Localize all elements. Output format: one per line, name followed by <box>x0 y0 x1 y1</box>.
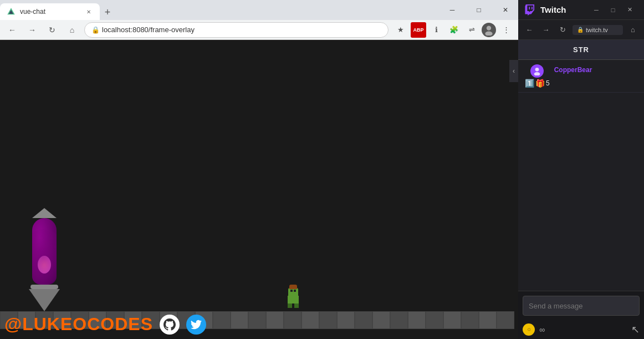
twitch-url-bar[interactable]: 🔒 twitch.tv <box>573 25 623 35</box>
twitch-title: Twitch <box>540 5 566 14</box>
address-input[interactable]: 🔒 localhost:8080/frame-overlay <box>84 22 389 38</box>
twitter-svg <box>191 319 202 330</box>
lamp-base <box>29 289 60 311</box>
lamp-base-top <box>30 285 58 289</box>
svg-point-2 <box>487 26 491 30</box>
badge-number-icon: 1️⃣ <box>525 79 534 88</box>
chat-area <box>518 93 644 291</box>
chat-message: 1️⃣ 🎁 5 CopperBear <box>518 60 644 93</box>
minimize-button[interactable]: ─ <box>439 0 465 20</box>
home-button[interactable]: ⌂ <box>64 22 80 38</box>
message-info: 1️⃣ 🎁 5 <box>525 64 550 88</box>
new-tab-button[interactable]: + <box>100 4 115 20</box>
twitch-forward-button[interactable]: → <box>539 23 553 37</box>
menu-button[interactable]: ⋮ <box>498 22 514 38</box>
ground-tile <box>461 311 479 329</box>
twitch-maximize[interactable]: □ <box>605 3 621 17</box>
ground-tile <box>372 311 390 329</box>
lamp-body <box>32 218 57 285</box>
address-lock-icon: 🔒 <box>91 26 100 34</box>
right-leg <box>294 303 299 308</box>
github-svg <box>163 318 176 331</box>
chat-input-area: Send a message <box>518 291 644 320</box>
back-button[interactable]: ← <box>4 22 20 38</box>
ground-tile <box>284 311 301 329</box>
ground-tile <box>497 311 514 329</box>
message-content: CopperBear <box>554 64 637 74</box>
ground-tile <box>213 311 231 329</box>
game-viewport: @LUKEOCODES <box>0 40 518 339</box>
ground-tile <box>479 311 497 329</box>
points-value: ∞ <box>539 325 545 334</box>
ground-tile <box>301 311 319 329</box>
forward-button[interactable]: → <box>24 22 40 38</box>
collapse-button[interactable]: ‹ <box>509 60 518 82</box>
svg-point-5 <box>534 72 540 75</box>
chat-input-placeholder: Send a message <box>529 302 583 310</box>
left-leg <box>288 303 292 308</box>
active-tab[interactable]: vue-chat ✕ <box>0 3 100 20</box>
ground-tile <box>337 311 355 329</box>
close-button[interactable]: ✕ <box>493 0 518 20</box>
chat-input[interactable]: Send a message <box>523 296 640 316</box>
tab-title: vue-chat <box>20 8 45 16</box>
avatar-icon <box>483 24 494 36</box>
lamp-glow <box>32 229 57 285</box>
twitch-panel: Twitch ─ □ ✕ ← → ↻ 🔒 twitch.tv ⌂ STR ‹ <box>518 0 644 339</box>
character-body <box>288 296 299 303</box>
twitch-window-controls: ─ □ ✕ <box>589 3 637 17</box>
app-container: vue-chat ✕ + ─ □ ✕ ← → ↻ ⌂ 🔒 localhost:8… <box>0 0 644 339</box>
ground-tile <box>248 311 266 329</box>
character-head <box>288 288 298 296</box>
toolbar-icons: ★ ABP ℹ 🧩 ⇌ ⋮ <box>393 22 514 38</box>
coin-svg: ⬡ <box>525 326 533 333</box>
pixel-character <box>285 288 301 310</box>
twitter-icon[interactable] <box>186 315 206 335</box>
twitch-back-button[interactable]: ← <box>523 23 536 37</box>
twitch-title-bar: Twitch ─ □ ✕ <box>518 0 644 20</box>
cursor-icon: ↖ <box>631 323 640 336</box>
ground-tile <box>390 311 408 329</box>
bookmark-button[interactable]: ★ <box>393 22 408 38</box>
reload-button[interactable]: ↻ <box>44 22 60 38</box>
tab-bar: vue-chat ✕ + ─ □ ✕ <box>0 0 518 20</box>
stream-header: STR <box>518 40 644 60</box>
chat-points: ⬡ ∞ <box>523 323 545 336</box>
avatar-silhouette <box>533 67 541 75</box>
tab-close-button[interactable]: ✕ <box>84 7 93 16</box>
twitch-home-button[interactable]: ⌂ <box>626 23 640 37</box>
info-button[interactable]: ℹ <box>428 22 444 38</box>
twitch-reload-button[interactable]: ↻ <box>556 23 569 37</box>
profile-avatar[interactable] <box>482 23 496 37</box>
badge-count: 5 <box>546 79 550 87</box>
ground-tile <box>443 311 461 329</box>
user-avatar <box>530 64 544 78</box>
chat-footer: ⬡ ∞ ↖ <box>518 320 644 339</box>
player-character <box>285 288 301 310</box>
sync-button[interactable]: ⇌ <box>464 22 479 38</box>
maximize-button[interactable]: □ <box>466 0 492 20</box>
adblock-button[interactable]: ABP <box>411 22 426 38</box>
twitch-address-bar: ← → ↻ 🔒 twitch.tv ⌂ <box>518 20 644 40</box>
gift-icon: 🎁 <box>535 79 545 88</box>
twitch-minimize[interactable]: ─ <box>589 3 604 17</box>
extensions-button[interactable]: 🧩 <box>446 22 462 38</box>
github-icon[interactable] <box>160 315 180 335</box>
twitch-logo-icon <box>525 4 536 16</box>
twitch-close[interactable]: ✕ <box>622 3 637 17</box>
lamp-shade-top <box>32 208 57 218</box>
channel-points-icon[interactable]: ⬡ <box>523 323 535 336</box>
address-bar: ← → ↻ ⌂ 🔒 localhost:8080/frame-overlay ★… <box>0 20 518 40</box>
twitch-url-text: twitch.tv <box>586 27 608 33</box>
lava-lamp <box>22 208 67 311</box>
stream-label: STR <box>573 45 589 54</box>
branding-overlay: @LUKEOCODES <box>4 314 206 335</box>
ground-tile <box>231 311 248 329</box>
svg-point-4 <box>535 68 539 72</box>
badge-container: 1️⃣ 🎁 5 <box>525 79 550 88</box>
twitch-logo: Twitch <box>525 4 566 16</box>
message-username: CopperBear <box>554 66 592 74</box>
cursor-area: ↖ <box>631 323 640 336</box>
window-controls: ─ □ ✕ <box>439 0 518 20</box>
character-legs <box>288 303 299 308</box>
